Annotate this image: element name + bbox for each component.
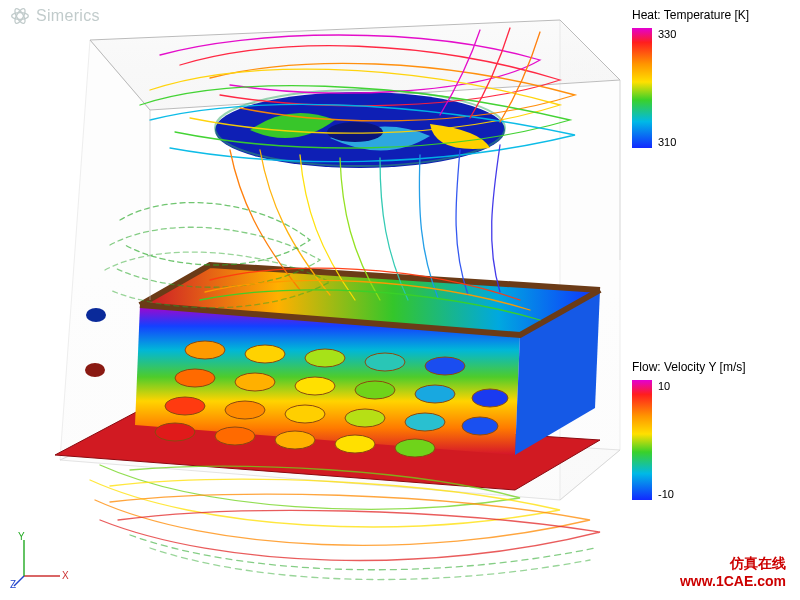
legend-temperature-min: 310 (658, 136, 676, 148)
svg-point-17 (355, 381, 395, 399)
legend-temperature-bar (632, 28, 652, 148)
legend-velocity: Flow: Velocity Y [m/s] 10 -10 (632, 360, 782, 500)
svg-point-30 (395, 439, 435, 457)
legend-velocity-title: Flow: Velocity Y [m/s] (632, 360, 782, 374)
brand-name: Simerics (36, 7, 100, 25)
svg-point-27 (215, 427, 255, 445)
svg-point-19 (472, 389, 508, 407)
svg-point-11 (305, 349, 345, 367)
watermark: 仿真在线 www.1CAE.com (680, 555, 786, 590)
svg-point-24 (405, 413, 445, 431)
svg-point-29 (335, 435, 375, 453)
brand-logo: Simerics (10, 6, 100, 26)
brand-icon (10, 6, 30, 26)
svg-point-16 (295, 377, 335, 395)
svg-point-18 (415, 385, 455, 403)
legend-velocity-max: 10 (658, 380, 674, 392)
svg-point-21 (225, 401, 265, 419)
axis-x-label: X (62, 570, 69, 581)
svg-point-4 (85, 363, 105, 377)
axis-y-label: Y (18, 531, 25, 542)
svg-point-14 (175, 369, 215, 387)
svg-point-15 (235, 373, 275, 391)
legend-temperature-max: 330 (658, 28, 676, 40)
svg-point-33 (327, 122, 383, 142)
watermark-line1: 仿真在线 (680, 555, 786, 573)
svg-point-20 (165, 397, 205, 415)
legend-temperature: Heat: Temperature [K] 330 310 (632, 8, 782, 148)
svg-point-28 (275, 431, 315, 449)
watermark-line2: www.1CAE.com (680, 573, 786, 591)
svg-point-13 (425, 357, 465, 375)
svg-point-5 (86, 308, 106, 322)
svg-point-25 (462, 417, 498, 435)
svg-point-23 (345, 409, 385, 427)
svg-point-26 (155, 423, 195, 441)
axis-z-label: Z (10, 579, 16, 590)
svg-point-34 (12, 13, 29, 20)
axis-triad[interactable]: X Y Z (10, 530, 70, 590)
legend-velocity-min: -10 (658, 488, 674, 500)
svg-point-10 (245, 345, 285, 363)
svg-point-22 (285, 405, 325, 423)
svg-point-9 (185, 341, 225, 359)
legend-velocity-bar (632, 380, 652, 500)
svg-point-12 (365, 353, 405, 371)
legend-temperature-title: Heat: Temperature [K] (632, 8, 782, 22)
svg-marker-3 (560, 20, 620, 500)
